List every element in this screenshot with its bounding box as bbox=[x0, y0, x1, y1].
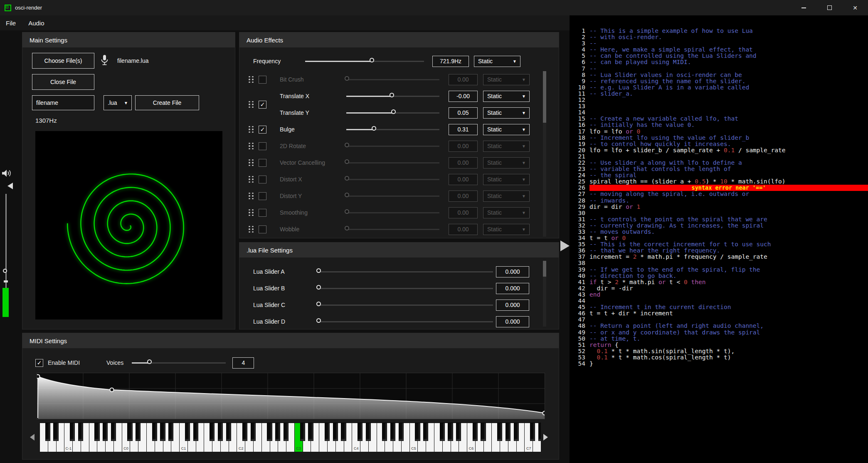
mode-dropdown[interactable]: Static▼ bbox=[483, 207, 530, 218]
piano-key-black[interactable] bbox=[341, 423, 346, 441]
effect-checkbox[interactable] bbox=[259, 176, 266, 183]
menu-file[interactable]: File bbox=[6, 20, 16, 27]
envelope-node[interactable] bbox=[110, 388, 114, 392]
slider-thumb[interactable] bbox=[316, 268, 321, 273]
drag-handle-icon[interactable] bbox=[249, 143, 254, 150]
drag-handle-icon[interactable] bbox=[249, 193, 254, 200]
slider[interactable] bbox=[346, 142, 439, 150]
value-box[interactable]: -0.00 bbox=[449, 91, 478, 102]
effect-checkbox[interactable] bbox=[259, 225, 266, 233]
code-editor[interactable]: 1-- This is a simple example of how to u… bbox=[570, 15, 868, 463]
piano-key-black[interactable] bbox=[210, 423, 215, 441]
envelope-node[interactable] bbox=[37, 375, 40, 379]
piano-key-black[interactable] bbox=[382, 423, 387, 441]
piano-key-black[interactable] bbox=[111, 423, 116, 441]
piano-key-black[interactable] bbox=[136, 423, 141, 441]
mode-dropdown[interactable]: Static▼ bbox=[483, 157, 530, 168]
mode-dropdown[interactable]: Static▼ bbox=[483, 91, 530, 102]
mode-dropdown[interactable]: Static▼ bbox=[474, 56, 520, 67]
effect-checkbox[interactable] bbox=[259, 209, 266, 217]
mode-dropdown[interactable]: Static▼ bbox=[483, 74, 530, 85]
value-box[interactable]: 0.000 bbox=[496, 300, 529, 311]
value-box[interactable]: 0.000 bbox=[496, 316, 529, 327]
piano-key-black[interactable] bbox=[399, 423, 404, 441]
piano-key-black[interactable] bbox=[423, 423, 428, 441]
piano-key-black[interactable] bbox=[538, 423, 541, 441]
piano-key-black[interactable] bbox=[284, 423, 289, 441]
slider[interactable] bbox=[346, 208, 439, 217]
value-box[interactable]: 0.00 bbox=[449, 74, 478, 85]
piano-key-black[interactable] bbox=[514, 423, 519, 441]
drag-handle-icon[interactable] bbox=[249, 176, 254, 183]
piano-key-black[interactable] bbox=[70, 423, 75, 441]
piano-key-black[interactable] bbox=[333, 423, 338, 441]
choose-file-button[interactable]: Choose File(s) bbox=[32, 53, 94, 69]
effect-checkbox[interactable] bbox=[259, 76, 266, 84]
piano-key-black[interactable] bbox=[456, 423, 461, 441]
piano-key-black[interactable] bbox=[45, 423, 50, 441]
close-button[interactable]: ✕ bbox=[842, 0, 868, 15]
mode-dropdown[interactable]: Static▼ bbox=[483, 107, 530, 119]
slider[interactable] bbox=[346, 92, 439, 100]
slider[interactable] bbox=[346, 175, 439, 183]
piano-key-black[interactable] bbox=[506, 423, 510, 441]
piano-key-black[interactable] bbox=[185, 423, 190, 441]
slider[interactable] bbox=[346, 109, 439, 117]
slider[interactable] bbox=[346, 75, 439, 84]
effects-scrollbar[interactable] bbox=[543, 71, 546, 237]
piano-key-black[interactable] bbox=[242, 423, 247, 441]
piano-key-black[interactable] bbox=[160, 423, 165, 441]
slider[interactable] bbox=[346, 192, 439, 200]
value-box[interactable]: 0.00 bbox=[449, 157, 478, 168]
piano-key-black[interactable] bbox=[448, 423, 453, 441]
close-file-button[interactable]: Close File bbox=[32, 74, 94, 90]
piano-key-black[interactable] bbox=[78, 423, 83, 441]
slider[interactable] bbox=[320, 284, 493, 292]
piano-key-black[interactable] bbox=[53, 423, 58, 441]
drag-handle-icon[interactable] bbox=[249, 76, 254, 83]
slider-thumb[interactable] bbox=[316, 302, 321, 306]
effect-checkbox[interactable]: ✓ bbox=[259, 101, 266, 109]
piano-key-black[interactable] bbox=[103, 423, 108, 441]
value-box[interactable]: 0.00 bbox=[449, 174, 478, 185]
slider-thumb[interactable] bbox=[316, 318, 321, 323]
adsr-envelope-graph[interactable] bbox=[37, 373, 545, 419]
piano-key-black[interactable] bbox=[300, 423, 305, 441]
slider[interactable] bbox=[346, 158, 439, 167]
drag-handle-icon[interactable] bbox=[249, 126, 254, 133]
drag-handle-icon[interactable] bbox=[249, 209, 254, 216]
drag-handle-icon[interactable] bbox=[249, 101, 254, 108]
effect-checkbox[interactable]: ✓ bbox=[259, 126, 266, 134]
piano-key-black[interactable] bbox=[267, 423, 272, 441]
lua-scrollbar[interactable] bbox=[543, 261, 546, 327]
value-box[interactable]: 0.000 bbox=[496, 266, 529, 277]
drag-handle-icon[interactable] bbox=[249, 226, 254, 233]
envelope-node[interactable] bbox=[543, 411, 545, 415]
piano-key-black[interactable] bbox=[440, 423, 445, 441]
mode-dropdown[interactable]: Static▼ bbox=[483, 191, 530, 202]
slider[interactable] bbox=[346, 125, 439, 134]
piano-key-black[interactable] bbox=[251, 423, 256, 441]
slider-thumb[interactable] bbox=[370, 58, 374, 62]
piano-key-black[interactable] bbox=[275, 423, 280, 441]
piano-key-black[interactable] bbox=[366, 423, 371, 441]
scrollbar-thumb[interactable] bbox=[543, 71, 546, 123]
value-box[interactable]: 721.9Hz bbox=[432, 56, 469, 67]
effect-checkbox[interactable] bbox=[259, 192, 266, 200]
slider[interactable] bbox=[132, 359, 226, 367]
value-box[interactable]: 0.31 bbox=[449, 124, 478, 135]
value-box[interactable]: 0.00 bbox=[449, 141, 478, 152]
extension-dropdown[interactable]: .lua ▼ bbox=[104, 95, 132, 110]
maximize-button[interactable] bbox=[816, 0, 842, 15]
midi-keyboard[interactable]: C-1C0C1C2C3C4C5C6C7 bbox=[39, 423, 541, 452]
slider[interactable] bbox=[320, 267, 493, 276]
menu-audio[interactable]: Audio bbox=[28, 20, 44, 27]
mode-dropdown[interactable]: Static▼ bbox=[483, 141, 530, 152]
piano-key-black[interactable] bbox=[473, 423, 478, 441]
value-box[interactable]: 4 bbox=[232, 357, 254, 369]
piano-key-black[interactable] bbox=[325, 423, 330, 441]
enable-midi-checkbox[interactable]: ✓ bbox=[35, 359, 43, 367]
piano-key-black[interactable] bbox=[94, 423, 99, 441]
mode-dropdown[interactable]: Static▼ bbox=[483, 224, 530, 235]
value-box[interactable]: 0.05 bbox=[449, 107, 478, 119]
